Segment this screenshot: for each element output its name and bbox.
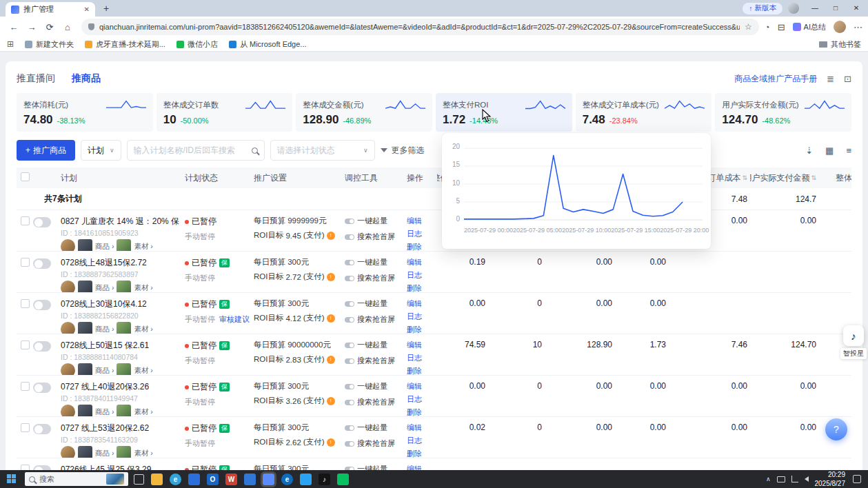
plan-name[interactable]: 0827 儿童唐衣 14% 退：20% 保：9.92 [61, 216, 181, 227]
warning-icon[interactable]: ! [327, 438, 335, 447]
edit-link[interactable]: 编辑 [407, 216, 437, 226]
column-header-extra[interactable]: 整体 [819, 172, 851, 184]
warning-icon[interactable]: ! [327, 356, 335, 364]
table-settings-icon[interactable]: ≡ [846, 145, 851, 156]
edit-link[interactable]: 编辑 [407, 423, 437, 433]
material-link[interactable]: 素材 › [134, 325, 152, 334]
extensions-icon[interactable]: ◔ [765, 22, 770, 32]
export-icon[interactable]: ⇣ [805, 145, 813, 156]
plan-name[interactable]: 0727 线上53退20保2.62 [61, 423, 181, 434]
row-checkbox[interactable] [21, 340, 30, 349]
page-tab[interactable]: 推直播间 [17, 72, 55, 85]
zhitouxing-widget[interactable]: ♪ 智投星 [840, 325, 867, 359]
log-link[interactable]: 日志 [407, 353, 437, 363]
minimize-button[interactable]: — [805, 0, 825, 17]
reload-icon[interactable]: ⟳ [41, 19, 58, 35]
plan-toggle[interactable] [33, 424, 51, 434]
bookmark-item[interactable]: 从 Microsoft Edge... [229, 39, 307, 50]
log-link[interactable]: 日志 [407, 270, 437, 281]
product-link[interactable]: 商品 › [95, 449, 114, 458]
boost-toggle[interactable] [345, 425, 354, 431]
custom-columns-icon[interactable]: ≣ [827, 74, 834, 84]
metric-card[interactable]: 整体成交订单数 10 -50.00% [157, 93, 293, 132]
bookmark-item[interactable]: 虎牙直播-技术延期... [85, 39, 165, 50]
hidden-icons-caret[interactable]: ∧ [766, 476, 771, 482]
display-icon[interactable] [777, 476, 785, 482]
delete-link[interactable]: 删除 [407, 366, 437, 375]
site-info-icon[interactable] [88, 23, 94, 30]
product-manual-link[interactable]: 商品全域推广产品手册 [734, 73, 817, 85]
taskbar-app-icon[interactable]: e [170, 474, 181, 485]
plan-name[interactable]: 0726线上45 退25 保3.29 [61, 464, 181, 470]
bookmark-star-icon[interactable]: ☆ [745, 22, 752, 32]
search-screen-toggle[interactable] [345, 317, 354, 323]
plan-toggle[interactable] [33, 465, 51, 470]
plan-name[interactable]: 0728线上50退15 保2.61 [61, 340, 181, 352]
taskbar-app-icon[interactable] [151, 474, 163, 485]
material-link[interactable]: 素材 › [134, 449, 152, 458]
plan-type-select[interactable]: 计划 ∨ [81, 140, 121, 161]
notification-center-icon[interactable] [853, 475, 861, 483]
plan-toggle[interactable] [33, 258, 51, 269]
apps-grid-icon[interactable]: ⊞ [7, 39, 14, 49]
boost-toggle[interactable] [345, 301, 354, 307]
browser-tab[interactable]: 推广管理 ✕ [6, 2, 95, 17]
row-checkbox[interactable] [21, 465, 30, 470]
taskbar-clock[interactable]: 20:29 2025/8/27 [815, 470, 846, 488]
product-link[interactable]: 商品 › [95, 242, 114, 252]
boost-toggle[interactable] [345, 260, 354, 265]
address-bar[interactable]: qianchuan.jinritemai.com/uni-prom?aavid=… [81, 19, 759, 35]
boost-toggle[interactable] [345, 218, 354, 224]
plan-name[interactable]: 0728线上48退15保2.72 [61, 257, 181, 269]
row-checkbox[interactable] [21, 258, 30, 267]
delete-link[interactable]: 删除 [407, 242, 437, 251]
metric-card[interactable]: 整体支付ROI 1.72 -14.43% [436, 93, 572, 132]
back-icon[interactable]: ← [6, 19, 22, 35]
taskbar-app-icon[interactable] [188, 474, 200, 485]
edit-link[interactable]: 编辑 [407, 298, 437, 309]
fullscreen-icon[interactable]: ⊡ [844, 74, 851, 84]
customer-service-button[interactable]: ? [825, 418, 847, 440]
delete-link[interactable]: 删除 [407, 407, 437, 416]
delete-link[interactable]: 删除 [407, 283, 437, 292]
log-link[interactable]: 日志 [407, 229, 437, 239]
search-screen-toggle[interactable] [345, 358, 354, 364]
taskbar-app-icon[interactable]: e [281, 474, 293, 485]
log-link[interactable]: 日志 [407, 436, 437, 446]
row-checkbox[interactable] [21, 299, 30, 308]
bookmark-item[interactable]: 新建文件夹 [25, 39, 74, 50]
more-menu-icon[interactable]: ⋯ [854, 22, 862, 32]
search-screen-toggle[interactable] [345, 400, 354, 405]
bookmark-item[interactable]: 微信小店 [176, 39, 218, 50]
warning-icon[interactable]: ! [327, 232, 335, 240]
delete-link[interactable]: 删除 [407, 325, 437, 334]
product-link[interactable]: 商品 › [95, 325, 114, 334]
volume-icon[interactable] [805, 476, 809, 482]
close-button[interactable]: ✕ [846, 0, 867, 17]
boost-toggle[interactable] [345, 384, 354, 389]
search-screen-toggle[interactable] [345, 276, 354, 281]
plan-name[interactable]: 0727 线上40退20保3.26 [61, 381, 181, 393]
metric-card[interactable]: 整体成交金额(元) 128.90 -46.89% [296, 93, 432, 132]
new-tab-button[interactable]: + [99, 1, 113, 15]
search-icon[interactable] [252, 148, 258, 154]
product-link[interactable]: 商品 › [95, 366, 114, 376]
taskbar-app-icon[interactable] [300, 474, 312, 485]
metric-card[interactable]: 整体成交订单成本(元) 7.48 -23.84% [576, 93, 712, 132]
taskbar-app-icon[interactable] [263, 474, 274, 485]
material-link[interactable]: 素材 › [134, 407, 152, 417]
url-text[interactable]: qianchuan.jinritemai.com/uni-prom?aavid=… [99, 23, 740, 31]
boost-toggle[interactable] [345, 343, 354, 348]
edit-link[interactable]: 编辑 [407, 464, 437, 470]
taskbar-app-icon[interactable]: ♪ [319, 474, 330, 485]
column-header-pay[interactable]: 用户实际支付金额⇅ [750, 172, 819, 184]
account-avatar[interactable] [834, 21, 846, 33]
delete-link[interactable]: 删除 [407, 449, 437, 458]
edit-link[interactable]: 编辑 [407, 257, 437, 267]
taskbar-app-icon[interactable]: W [225, 474, 237, 485]
tiktok-note-icon[interactable]: ♪ [843, 325, 864, 346]
page-tab[interactable]: 推商品 [72, 72, 101, 85]
metric-card[interactable]: 用户实际支付金额(元) 124.70 -48.62% [715, 93, 851, 132]
row-checkbox[interactable] [21, 423, 30, 432]
taskbar-app-icon[interactable] [337, 474, 349, 485]
